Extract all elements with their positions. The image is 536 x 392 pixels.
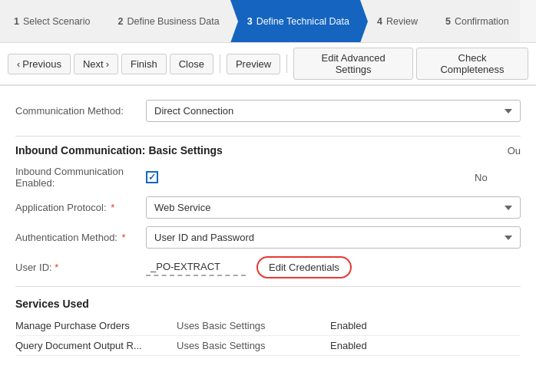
communication-method-label: Communication Method: — [15, 105, 146, 117]
auth-method-select[interactable]: User ID and Password — [146, 226, 521, 249]
user-id-required: * — [52, 262, 59, 273]
step-4-number: 4 — [377, 16, 382, 27]
step-1[interactable]: 1 Select Scenario — [0, 0, 101, 42]
step-4-label: Review — [386, 16, 418, 27]
service-settings: Uses Basic Settings — [177, 316, 330, 336]
step-5-label: Confirmation — [455, 16, 509, 27]
service-status: Enabled — [330, 336, 521, 356]
step-3-label: Define Technical Data — [256, 16, 349, 27]
section-header-label: Inbound Communication: Basic Settings — [15, 144, 223, 156]
preview-button[interactable]: Preview — [227, 54, 280, 74]
step-2[interactable]: 2 Define Business Data — [101, 0, 230, 42]
user-id-label: User ID: * — [15, 262, 146, 273]
divider-1 — [15, 136, 521, 137]
inbound-enabled-row: Inbound Communication Enabled: No — [15, 166, 521, 189]
chevron-left-icon: ‹ — [17, 58, 20, 70]
auth-method-required: * — [119, 232, 126, 243]
edit-advanced-label: Edit Advanced Settings — [303, 52, 404, 75]
service-status: Enabled — [330, 316, 521, 336]
app-protocol-select[interactable]: Web Service — [146, 196, 521, 219]
next-button[interactable]: Next › — [74, 54, 118, 74]
next-label: Next — [83, 58, 104, 70]
user-id-row: User ID: * _PO-EXTRACT Edit Credentials — [15, 256, 521, 278]
service-name: Manage Purchase Orders — [15, 316, 177, 336]
out-section-label: Ou — [508, 145, 521, 156]
edit-advanced-button[interactable]: Edit Advanced Settings — [293, 48, 413, 80]
check-completeness-button[interactable]: Check Completeness — [416, 48, 528, 80]
services-header: Services Used — [15, 298, 521, 310]
step-3[interactable]: 3 Define Technical Data — [230, 0, 360, 42]
step-1-label: Select Scenario — [23, 16, 91, 27]
auth-method-label: Authentication Method: * — [15, 232, 146, 243]
inbound-section-header: Inbound Communication: Basic Settings Ou — [15, 144, 521, 156]
toolbar-separator-2 — [286, 54, 287, 73]
user-id-value: _PO-EXTRACT — [146, 259, 246, 276]
chevron-right-icon: › — [106, 58, 109, 70]
service-name: Query Document Output R... — [15, 336, 177, 356]
step-3-number: 3 — [247, 16, 253, 27]
finish-label: Finish — [131, 58, 157, 70]
toolbar: ‹ Previous Next › Finish Close Preview E… — [0, 43, 536, 86]
previous-button[interactable]: ‹ Previous — [8, 54, 71, 74]
toolbar-separator-1 — [220, 54, 220, 73]
finish-button[interactable]: Finish — [121, 54, 167, 74]
step-4[interactable]: 4 Review — [360, 0, 428, 42]
communication-method-row: Communication Method: Direct Connection — [15, 100, 521, 122]
inbound-enabled-checkbox[interactable] — [146, 171, 158, 183]
main-content: Communication Method: Direct Connection … — [0, 86, 536, 364]
table-row: Manage Purchase Orders Uses Basic Settin… — [15, 316, 521, 336]
step-2-label: Define Business Data — [127, 16, 219, 27]
step-5-number: 5 — [445, 16, 451, 27]
inbound-enabled-label: Inbound Communication Enabled: — [15, 166, 146, 189]
edit-credentials-label: Edit Credentials — [269, 262, 339, 273]
close-label: Close — [179, 58, 204, 70]
preview-label: Preview — [236, 58, 271, 70]
close-button[interactable]: Close — [170, 54, 213, 74]
app-protocol-required: * — [108, 202, 115, 213]
out-value: No — [475, 172, 521, 183]
divider-2 — [15, 286, 521, 287]
inbound-enabled-value — [146, 171, 475, 183]
app-protocol-row: Application Protocol: * Web Service — [15, 196, 521, 219]
services-table: Manage Purchase Orders Uses Basic Settin… — [15, 316, 521, 356]
check-completeness-label: Check Completeness — [425, 52, 519, 75]
steps-bar: 1 Select Scenario 2 Define Business Data… — [0, 0, 536, 43]
edit-credentials-button[interactable]: Edit Credentials — [256, 256, 352, 278]
app-protocol-label: Application Protocol: * — [15, 202, 146, 213]
step-2-number: 2 — [118, 16, 124, 27]
table-row: Query Document Output R... Uses Basic Se… — [15, 336, 521, 356]
previous-label: Previous — [22, 58, 61, 70]
step-5[interactable]: 5 Confirmation — [428, 0, 520, 42]
communication-method-select[interactable]: Direct Connection — [146, 100, 521, 122]
auth-method-row: Authentication Method: * User ID and Pas… — [15, 226, 521, 249]
service-settings: Uses Basic Settings — [177, 336, 330, 356]
step-1-number: 1 — [14, 16, 19, 27]
